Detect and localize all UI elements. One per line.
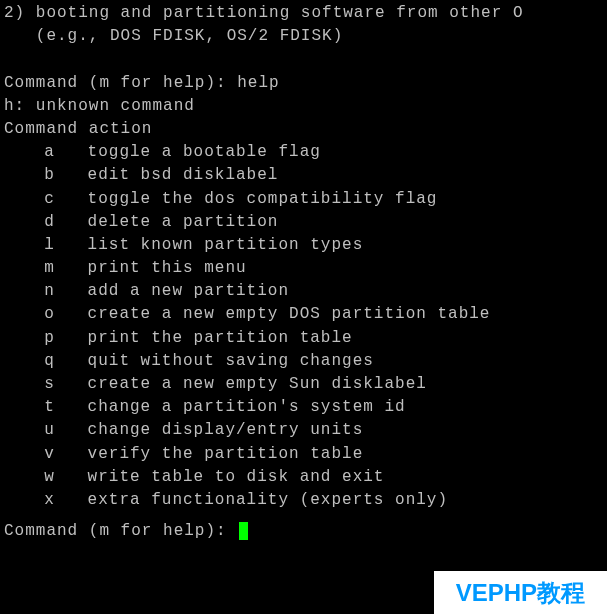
command-desc: extra functionality (experts only) [88,491,448,509]
command-row-w: w write table to disk and exit [4,466,603,489]
command-key: q [33,350,67,373]
command-key: x [33,489,67,512]
watermark-label: VEPHP教程 [434,571,607,614]
command-key: d [33,211,67,234]
command-desc: write table to disk and exit [88,468,385,486]
command-desc: print this menu [88,259,247,277]
command-row-x: x extra functionality (experts only) [4,489,603,512]
command-key: t [33,396,67,419]
command-desc: verify the partition table [88,445,364,463]
cursor-icon [239,522,248,540]
command-row-u: u change display/entry units [4,419,603,442]
command-key: p [33,327,67,350]
command-desc: list known partition types [88,236,364,254]
prompt-line-2[interactable]: Command (m for help): [4,520,603,543]
command-key: l [33,234,67,257]
command-key: v [33,443,67,466]
command-row-t: t change a partition's system id [4,396,603,419]
command-desc: edit bsd disklabel [88,166,279,184]
typed-input-1: help [237,74,279,92]
command-key: m [33,257,67,280]
command-desc: add a new partition [88,282,289,300]
error-line: h: unknown command [4,95,603,118]
command-desc: create a new empty Sun disklabel [88,375,427,393]
command-row-c: c toggle the dos compatibility flag [4,188,603,211]
command-row-a: a toggle a bootable flag [4,141,603,164]
command-row-v: v verify the partition table [4,443,603,466]
command-key: a [33,141,67,164]
command-desc: quit without saving changes [88,352,374,370]
command-desc: print the partition table [88,329,353,347]
command-row-m: m print this menu [4,257,603,280]
prompt-text-1: Command (m for help): [4,74,237,92]
command-row-n: n add a new partition [4,280,603,303]
command-action-title: Command action [4,118,603,141]
command-desc: create a new empty DOS partition table [88,305,491,323]
command-row-s: s create a new empty Sun disklabel [4,373,603,396]
blank-line [4,48,603,71]
command-desc: change display/entry units [88,421,364,439]
header-line-1: 2) booting and partitioning software fro… [4,2,603,25]
command-key: b [33,164,67,187]
command-row-l: l list known partition types [4,234,603,257]
command-key: s [33,373,67,396]
prompt-line-1: Command (m for help): help [4,72,603,95]
command-row-q: q quit without saving changes [4,350,603,373]
command-row-b: b edit bsd disklabel [4,164,603,187]
command-key: o [33,303,67,326]
prompt-text-2: Command (m for help): [4,522,237,540]
command-key: w [33,466,67,489]
command-desc: delete a partition [88,213,279,231]
command-row-o: o create a new empty DOS partition table [4,303,603,326]
command-desc: change a partition's system id [88,398,406,416]
header-line-2: (e.g., DOS FDISK, OS/2 FDISK) [4,25,603,48]
command-desc: toggle the dos compatibility flag [88,190,438,208]
command-desc: toggle a bootable flag [88,143,321,161]
command-row-d: d delete a partition [4,211,603,234]
command-key: c [33,188,67,211]
command-key: u [33,419,67,442]
command-key: n [33,280,67,303]
command-row-p: p print the partition table [4,327,603,350]
